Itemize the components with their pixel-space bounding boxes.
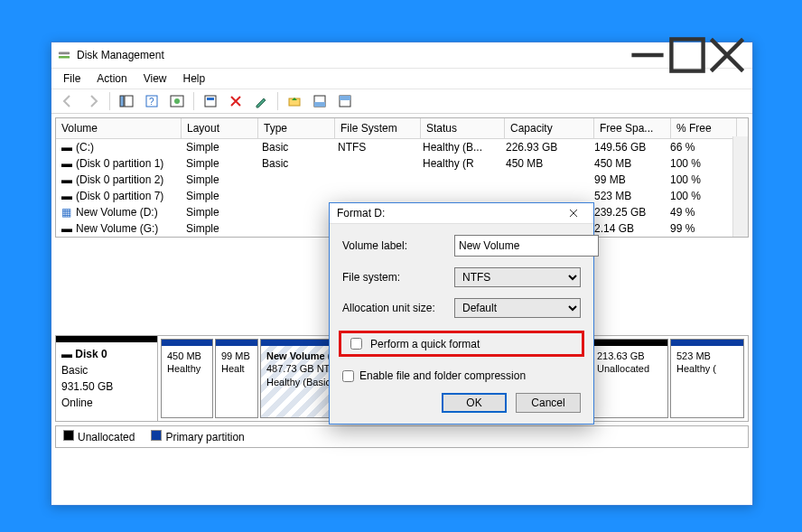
dialog-titlebar[interactable]: Format D: — [330, 203, 593, 224]
enable-compression-row: Enable file and folder compression — [342, 369, 581, 382]
format-dialog: Format D: Volume label: File system: NTF… — [329, 202, 594, 425]
alloc-unit-field: Allocation unit size: Default — [342, 298, 581, 318]
file-system-select[interactable]: NTFS — [454, 267, 581, 287]
dialog-title: Format D: — [337, 207, 561, 219]
legend-primary: Primary partition — [151, 430, 244, 443]
desktop: Disk Management File Action View Help ? … — [0, 0, 802, 532]
enable-compression-label: Enable file and folder compression — [359, 369, 526, 382]
titlebar[interactable]: Disk Management — [51, 42, 752, 69]
disk-mgmt-icon — [57, 48, 71, 62]
dialog-body: Volume label: File system: NTFS Allocati… — [330, 224, 593, 386]
part-box[interactable]: 450 MBHealthy — [161, 339, 213, 418]
divider — [277, 92, 278, 110]
col-status[interactable]: Status — [421, 118, 505, 139]
ok-button[interactable]: OK — [442, 393, 507, 413]
highlight-box: Perform a quick format — [339, 331, 584, 357]
disk0-size: 931.50 GB — [61, 380, 152, 393]
part-box[interactable]: 523 MBHealthy ( — [670, 339, 744, 418]
nav-back-button — [57, 90, 79, 112]
col-type[interactable]: Type — [258, 118, 335, 139]
svg-rect-13 — [314, 102, 325, 107]
rescan-button[interactable] — [166, 90, 188, 112]
col-fs[interactable]: File System — [335, 118, 421, 139]
svg-rect-3 — [120, 96, 124, 107]
alloc-unit-label: Allocation unit size: — [342, 302, 454, 314]
volume-row[interactable]: ▬(C:)SimpleBasicNTFSHealthy (B...226.93 … — [56, 139, 748, 155]
quick-format-label: Perform a quick format — [370, 338, 480, 350]
volume-label-field: Volume label: — [342, 235, 581, 257]
file-system-field: File system: NTFS — [342, 267, 581, 287]
col-layout[interactable]: Layout — [182, 118, 258, 139]
window-title: Disk Management — [77, 49, 628, 61]
dialog-close-button[interactable] — [561, 203, 586, 223]
menu-help[interactable]: Help — [175, 69, 214, 89]
part-box[interactable]: 99 MBHealt — [215, 339, 258, 418]
svg-rect-0 — [59, 52, 70, 55]
list-bottom-button[interactable] — [309, 90, 331, 112]
minimize-button[interactable] — [628, 42, 667, 68]
col-pctfree[interactable]: % Free — [671, 118, 737, 139]
volume-list-scrollbar[interactable] — [732, 136, 748, 237]
format-button[interactable] — [250, 90, 272, 112]
close-button[interactable] — [707, 42, 747, 68]
disk0-type: Basic — [61, 364, 152, 377]
nav-forward-button — [82, 90, 104, 112]
alloc-unit-select[interactable]: Default — [454, 298, 581, 318]
volume-row[interactable]: ▬(Disk 0 partition 2)Simple99 MB100 % — [56, 172, 748, 188]
menu-view[interactable]: View — [135, 69, 175, 89]
col-volume[interactable]: Volume — [56, 118, 182, 139]
show-hide-tree-button[interactable] — [116, 90, 137, 112]
list-top-button[interactable] — [334, 90, 356, 112]
disk0-icon: ▬ Disk 0 — [61, 348, 152, 360]
toolbar: ? — [51, 89, 752, 114]
svg-point-8 — [174, 98, 180, 104]
cancel-button[interactable]: Cancel — [516, 393, 581, 413]
divider — [109, 92, 110, 110]
enable-compression-checkbox[interactable] — [342, 370, 354, 382]
svg-rect-10 — [207, 98, 214, 100]
volume-header-row: Volume Layout Type File System Status Ca… — [56, 118, 748, 139]
folder-up-button[interactable] — [284, 90, 305, 112]
part-box[interactable]: 213.63 GBUnallocated — [591, 339, 668, 418]
svg-rect-2 — [671, 39, 703, 70]
help-button[interactable]: ? — [141, 90, 163, 112]
menu-file[interactable]: File — [55, 69, 89, 89]
divider — [193, 92, 194, 110]
col-capacity[interactable]: Capacity — [505, 118, 594, 139]
disk0-panel[interactable]: ▬ Disk 0 Basic 931.50 GB Online — [56, 336, 158, 421]
svg-rect-9 — [205, 96, 216, 107]
maximize-button[interactable] — [667, 42, 707, 68]
properties-button[interactable] — [200, 90, 221, 112]
svg-rect-15 — [340, 96, 350, 100]
legend: Unallocated Primary partition — [55, 425, 749, 448]
col-free[interactable]: Free Spa... — [594, 118, 671, 139]
volume-label-input[interactable] — [454, 235, 599, 257]
volume-row[interactable]: ▬(Disk 0 partition 1)SimpleBasicHealthy … — [56, 155, 748, 172]
vol-name: (C:) — [76, 141, 94, 154]
menu-action[interactable]: Action — [89, 69, 135, 89]
svg-rect-1 — [59, 56, 70, 59]
disk0-status: Online — [61, 397, 152, 409]
legend-unallocated: Unallocated — [63, 430, 135, 443]
svg-rect-4 — [125, 96, 133, 107]
file-system-label: File system: — [342, 271, 454, 284]
delete-button[interactable] — [225, 90, 247, 112]
volume-label-label: Volume label: — [342, 239, 454, 252]
svg-text:?: ? — [149, 97, 154, 107]
quick-format-checkbox[interactable] — [350, 338, 362, 350]
dialog-buttons: OK Cancel — [330, 386, 593, 424]
